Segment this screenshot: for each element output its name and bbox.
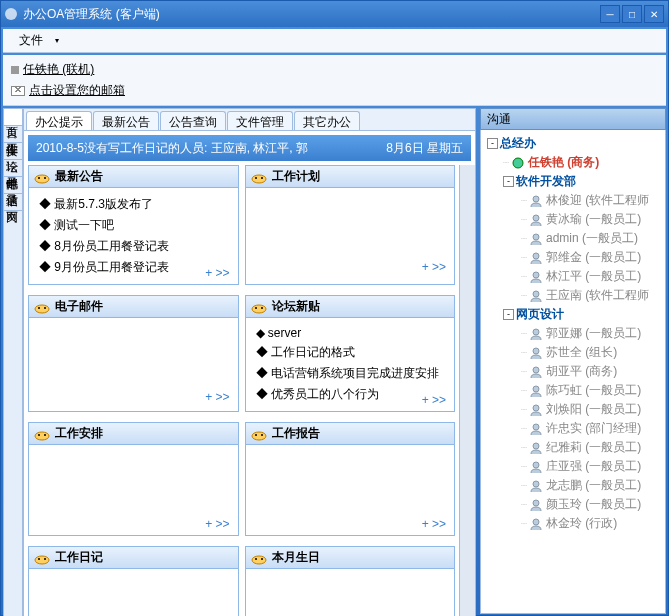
panel-more[interactable]: + >> — [422, 393, 446, 407]
panel-item[interactable]: ◆ 8月份员工用餐登记表 — [39, 236, 232, 257]
panel-p1: 最新公告◆ 最新5.7.3版发布了◆ 测试一下吧◆ 8月份员工用餐登记表◆ 9月… — [28, 165, 239, 285]
tab-office-tips[interactable]: 办公提示 — [26, 111, 92, 130]
tab-file-mgmt[interactable]: 文件管理 — [227, 111, 293, 130]
panel-item[interactable]: ◆ 9月份员工用餐登记表 — [39, 257, 232, 278]
tree-toggle[interactable]: - — [503, 176, 514, 187]
tree-item[interactable]: ┈苏世全 (组长) — [485, 343, 661, 362]
svg-point-41 — [533, 519, 539, 525]
panel-more[interactable]: + >> — [205, 517, 229, 531]
panel-more[interactable]: + >> — [205, 390, 229, 404]
user-status-link[interactable]: 任铁艳 (联机) — [23, 61, 94, 78]
panel-item[interactable]: ◆ 电话营销系统项目完成进度安排 — [256, 363, 449, 384]
panel-item[interactable]: ◆ 测试一下吧 — [39, 215, 232, 236]
tree-label: 林金玲 (行政) — [546, 515, 617, 532]
panel-more[interactable]: + >> — [422, 260, 446, 274]
panel-icon — [250, 170, 268, 184]
svg-point-1 — [38, 177, 40, 179]
svg-point-0 — [35, 175, 49, 183]
svg-point-33 — [533, 367, 539, 373]
panel-p8: 本月生日+ >> — [245, 546, 456, 616]
left-tab-schedule[interactable]: 工作安排 — [4, 126, 22, 143]
left-tab-forum[interactable]: 论坛 — [4, 143, 22, 160]
tree-item[interactable]: ┈林俊迎 (软件工程师 — [485, 191, 661, 210]
tree-item[interactable]: ┈林金玲 (行政) — [485, 514, 661, 533]
tree-item[interactable]: ┈黄冰瑜 (一般员工) — [485, 210, 661, 229]
panel-more[interactable]: + >> — [205, 266, 229, 280]
maximize-button[interactable]: □ — [622, 5, 642, 23]
left-tab-home[interactable]: 首页 — [4, 109, 22, 126]
svg-point-13 — [38, 434, 40, 436]
tree-item[interactable]: ┈admin (一般员工) — [485, 229, 661, 248]
tree-item[interactable]: ┈林江平 (一般员工) — [485, 267, 661, 286]
tree-item[interactable]: ┈郭亚娜 (一般员工) — [485, 324, 661, 343]
svg-point-17 — [261, 434, 263, 436]
panel-more[interactable]: + >> — [422, 517, 446, 531]
close-button[interactable]: ✕ — [644, 5, 664, 23]
tree-item[interactable]: ┈胡亚平 (商务) — [485, 362, 661, 381]
panel-p6: 工作报告+ >> — [245, 422, 456, 536]
panel-title: 最新公告 — [55, 168, 103, 185]
tab-other-office[interactable]: 其它办公 — [294, 111, 360, 130]
left-tab-email[interactable]: 电子邮件 — [4, 160, 22, 177]
tab-latest-notice[interactable]: 最新公告 — [93, 111, 159, 130]
tree-branch-icon: ┈ — [521, 233, 527, 244]
panel-item[interactable]: ◆ server — [256, 324, 449, 342]
tree-item[interactable]: -总经办 — [485, 134, 661, 153]
svg-point-40 — [533, 500, 539, 506]
panel-item[interactable]: ◆ 工作日记的格式 — [256, 342, 449, 363]
tree-item[interactable]: -软件开发部 — [485, 172, 661, 191]
tree-label: 林江平 (一般员工) — [546, 268, 641, 285]
app-window: 办公OA管理系统 (客户端) ─ □ ✕ 文件 ▾ 任铁艳 (联机) 点击设置您… — [0, 0, 669, 616]
panel-item[interactable]: ◆ 最新5.7.3版发布了 — [39, 194, 232, 215]
svg-point-21 — [252, 556, 266, 564]
tree-label: 林俊迎 (软件工程师 — [546, 192, 649, 209]
panel-title: 工作计划 — [272, 168, 320, 185]
svg-point-26 — [533, 215, 539, 221]
person-icon — [529, 461, 543, 473]
tree-item[interactable]: ┈纪雅莉 (一般员工) — [485, 438, 661, 457]
panel-body: ◆ 最新5.7.3版发布了◆ 测试一下吧◆ 8月份员工用餐登记表◆ 9月份员工用… — [29, 188, 238, 284]
titlebar: 办公OA管理系统 (客户端) ─ □ ✕ — [1, 1, 668, 27]
panel-item[interactable]: ◆ 优秀员工的八个行为 — [256, 384, 449, 405]
person-icon — [529, 423, 543, 435]
tree-toggle[interactable]: - — [487, 138, 498, 149]
person-icon — [529, 290, 543, 302]
svg-point-37 — [533, 443, 539, 449]
left-tab-contacts[interactable]: 通信录 — [4, 177, 22, 194]
minimize-button[interactable]: ─ — [600, 5, 620, 23]
tree-item[interactable]: ┈许忠实 (部门经理) — [485, 419, 661, 438]
top-tabs: 办公提示 最新公告 公告查询 文件管理 其它办公 — [24, 109, 475, 131]
left-tab-web[interactable]: 网页 — [4, 194, 22, 211]
tree-toggle[interactable]: - — [503, 309, 514, 320]
content-area: 首页 工作安排 论坛 电子邮件 通信录 网页 办公提示 最新公告 公告查询 文件… — [3, 108, 666, 616]
person-icon — [529, 385, 543, 397]
menu-dropdown-icon[interactable]: ▾ — [55, 36, 59, 45]
person-icon — [529, 271, 543, 283]
tree-item[interactable]: ┈郭维金 (一般员工) — [485, 248, 661, 267]
tree-item[interactable]: ┈刘焕阳 (一般员工) — [485, 400, 661, 419]
svg-point-2 — [44, 177, 46, 179]
tree-branch-icon: ┈ — [521, 518, 527, 529]
svg-point-29 — [533, 272, 539, 278]
svg-point-25 — [533, 196, 539, 202]
tree-item[interactable]: -网页设计 — [485, 305, 661, 324]
main-scrollbar[interactable] — [459, 165, 475, 616]
tree-item[interactable]: ┈颜玉玲 (一般员工) — [485, 495, 661, 514]
main-area: 办公提示 最新公告 公告查询 文件管理 其它办公 2010-8-5没有写工作日记… — [23, 108, 476, 616]
svg-point-39 — [533, 481, 539, 487]
person-icon — [529, 499, 543, 511]
tab-notice-query[interactable]: 公告查询 — [160, 111, 226, 130]
tree-item[interactable]: ┈陈巧虹 (一般员工) — [485, 381, 661, 400]
tree-item[interactable]: ┈王应南 (软件工程师 — [485, 286, 661, 305]
tree-branch-icon: ┈ — [521, 214, 527, 225]
tree-item[interactable]: ┈庄亚强 (一般员工) — [485, 457, 661, 476]
set-email-link[interactable]: 点击设置您的邮箱 — [29, 82, 125, 99]
tree-label: 胡亚平 (商务) — [546, 363, 617, 380]
panel-header: 论坛新贴 — [246, 296, 455, 318]
tree-item[interactable]: ┈任铁艳 (商务) — [485, 153, 661, 172]
menu-file[interactable]: 文件 — [11, 30, 51, 51]
svg-point-20 — [44, 558, 46, 560]
tree-item[interactable]: ┈龙志鹏 (一般员工) — [485, 476, 661, 495]
person-icon — [529, 480, 543, 492]
tree-label: 郭维金 (一般员工) — [546, 249, 641, 266]
